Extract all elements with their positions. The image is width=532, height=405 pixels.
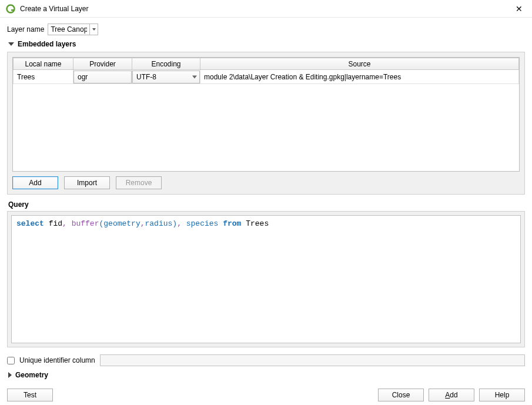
window-title: Create a Virtual Layer	[20, 5, 512, 13]
layer-name-label: Layer name	[7, 25, 44, 34]
source-text: module 2\data\Layer Creation & Editing.g…	[204, 73, 401, 81]
chevron-down-icon	[8, 42, 14, 46]
close-icon[interactable]: ✕	[512, 4, 526, 14]
local-name-input[interactable]	[14, 70, 73, 83]
embedded-layers-title: Embedded layers	[18, 40, 76, 48]
embedded-buttons: Add Import Remove	[12, 176, 520, 189]
layer-name-row: Layer name	[7, 24, 525, 35]
query-group: select fid, buffer(geometry,radius), spe…	[7, 211, 525, 347]
layer-name-dropdown-icon[interactable]	[89, 24, 98, 35]
help-button[interactable]: Help	[479, 389, 525, 401]
col-source[interactable]: Source	[200, 58, 519, 70]
add-button[interactable]: Add	[429, 389, 474, 401]
chevron-right-icon	[8, 372, 12, 378]
add-embedded-button[interactable]: Add	[12, 176, 58, 189]
embedded-layers-header[interactable]: Embedded layers	[8, 40, 525, 48]
provider-value[interactable]: ogr	[73, 71, 132, 83]
col-provider[interactable]: Provider	[73, 58, 132, 70]
test-button[interactable]: Test	[7, 389, 53, 401]
col-local-name[interactable]: Local name	[14, 58, 73, 70]
svg-rect-1	[11, 9, 14, 11]
titlebar: Create a Virtual Layer ✕	[0, 0, 532, 18]
cell-local-name[interactable]	[14, 70, 73, 84]
table-row[interactable]: ogr UTF-8 module 2\data\Layer Creation &…	[14, 70, 519, 84]
layer-name-input[interactable]	[48, 25, 89, 34]
col-encoding[interactable]: Encoding	[132, 58, 200, 70]
encoding-select[interactable]: UTF-8	[132, 71, 200, 83]
cell-provider[interactable]: ogr	[73, 70, 132, 84]
dialog-content: Layer name Embedded layers Local name Pr…	[0, 18, 532, 389]
uid-row: Unique identifier column	[7, 354, 525, 366]
close-button[interactable]: Close	[378, 389, 424, 401]
geometry-header[interactable]: Geometry	[8, 371, 525, 379]
query-editor[interactable]: select fid, buffer(geometry,radius), spe…	[11, 215, 521, 343]
uid-label: Unique identifier column	[19, 356, 95, 364]
uid-checkbox[interactable]	[7, 357, 15, 364]
svg-point-0	[7, 5, 15, 12]
remove-button: Remove	[116, 176, 162, 189]
import-button[interactable]: Import	[64, 176, 110, 189]
cell-source[interactable]: module 2\data\Layer Creation & Editing.g…	[200, 70, 519, 84]
table-header-row: Local name Provider Encoding Source	[14, 58, 519, 70]
geometry-title: Geometry	[15, 371, 48, 379]
embedded-layers-group: Local name Provider Encoding Source ogr	[7, 52, 525, 195]
qgis-icon	[6, 4, 15, 14]
layer-name-combo[interactable]	[48, 24, 98, 35]
query-label: Query	[8, 200, 525, 209]
bottom-bar: Test Close Add Help	[0, 389, 532, 405]
cell-encoding[interactable]: UTF-8	[132, 70, 200, 84]
embedded-layers-table[interactable]: Local name Provider Encoding Source ogr	[12, 57, 520, 172]
chevron-down-icon	[192, 75, 197, 78]
uid-field[interactable]	[100, 354, 525, 366]
